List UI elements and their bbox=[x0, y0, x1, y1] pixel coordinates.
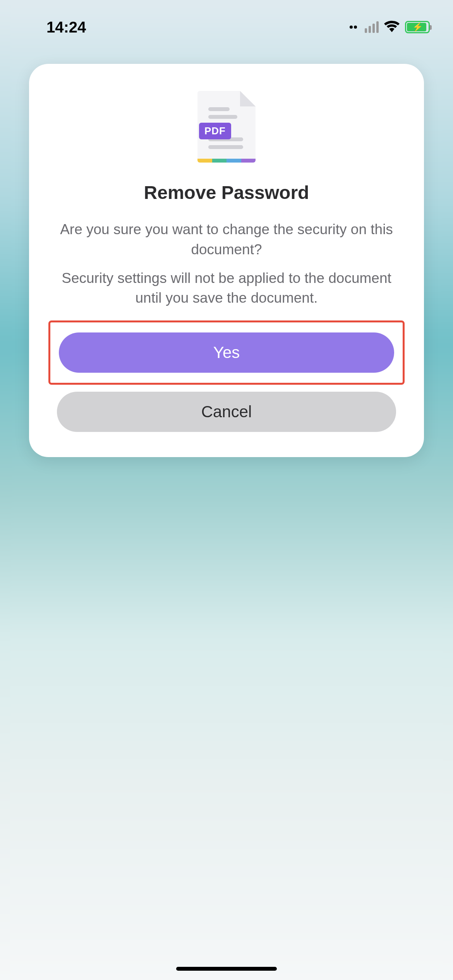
highlighted-region: Yes bbox=[48, 320, 405, 385]
cellular-signal-icon bbox=[365, 21, 379, 33]
pdf-document-icon: PDF bbox=[197, 91, 256, 163]
dialog-message-1: Are you sure you want to change the secu… bbox=[48, 219, 405, 260]
pdf-badge-label: PDF bbox=[199, 123, 231, 139]
status-bar: 14:24 ⚡ bbox=[0, 0, 453, 54]
dialog-title: Remove Password bbox=[48, 182, 405, 203]
remove-password-dialog: PDF Remove Password Are you sure you wan… bbox=[29, 64, 424, 457]
dialog-message-2: Security settings will not be applied to… bbox=[48, 268, 405, 308]
wifi-icon bbox=[384, 20, 400, 34]
home-indicator[interactable] bbox=[176, 967, 277, 971]
cancel-button[interactable]: Cancel bbox=[57, 392, 396, 432]
app-switcher-dots-icon bbox=[350, 26, 357, 29]
status-icons: ⚡ bbox=[350, 20, 430, 34]
status-time: 14:24 bbox=[46, 19, 86, 36]
battery-charging-icon: ⚡ bbox=[405, 21, 430, 33]
yes-button[interactable]: Yes bbox=[59, 332, 394, 373]
